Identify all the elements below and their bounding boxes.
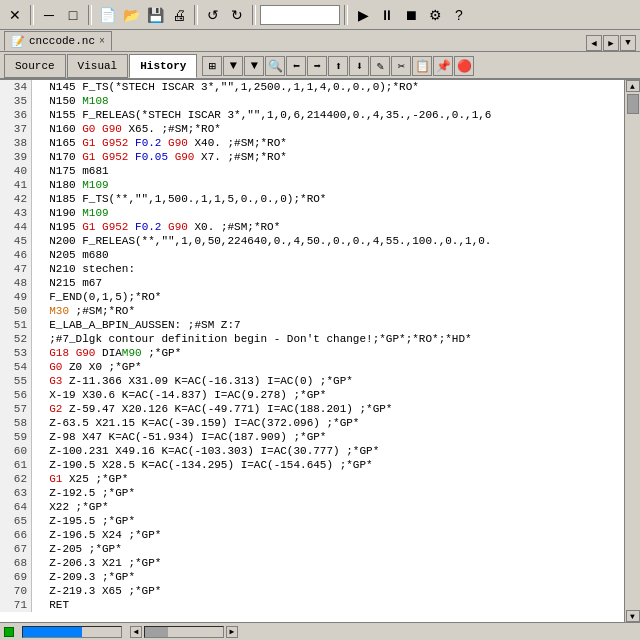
run-button[interactable]: ▶ (352, 4, 374, 26)
scroll-left-btn[interactable]: ◀ (130, 626, 142, 638)
status-bar: ◀ ▶ (0, 622, 640, 640)
line-content: G0 Z0 X0 ;*GP* (32, 360, 142, 374)
file-tab-close[interactable]: × (99, 36, 105, 47)
line-content: M30 ;#SM;*RO* (32, 304, 135, 318)
vt-btn2[interactable]: ▼ (223, 56, 243, 76)
line-number: 59 (0, 430, 32, 444)
line-number: 38 (0, 136, 32, 150)
table-row: 60 Z-100.231 X49.16 K=AC(-103.303) I=AC(… (0, 444, 624, 458)
line-number: 49 (0, 290, 32, 304)
table-row: 55 G3 Z-11.366 X31.09 K=AC(-16.313) I=AC… (0, 374, 624, 388)
nav-arrows: ◀ ▶ ▼ (586, 35, 640, 51)
line-number: 61 (0, 458, 32, 472)
vt-btn9[interactable]: ✎ (370, 56, 390, 76)
table-row: 71 RET (0, 598, 624, 612)
progress-bar (22, 626, 122, 638)
scroll-h-fill (145, 627, 168, 637)
file-icon: 📝 (11, 35, 25, 48)
line-content: N190 M109 (32, 206, 109, 220)
line-number: 55 (0, 374, 32, 388)
vt-btn5[interactable]: ⬅ (286, 56, 306, 76)
vt-btn12[interactable]: 📌 (433, 56, 453, 76)
line-content: N210 stechen: (32, 262, 135, 276)
scroll-right-btn[interactable]: ▶ (226, 626, 238, 638)
line-number: 37 (0, 122, 32, 136)
line-content: N155 F_RELEAS(*STECH ISCAR 3*,"",1,0,6,2… (32, 108, 491, 122)
table-row: 53 G18 G90 DIAM90 ;*GP* (0, 346, 624, 360)
tab-history[interactable]: History (129, 54, 197, 78)
table-row: 67 Z-205 ;*GP* (0, 542, 624, 556)
minimize-button[interactable]: ─ (38, 4, 60, 26)
table-row: 63 Z-192.5 ;*GP* (0, 486, 624, 500)
line-content: N200 F_RELEAS(**,"",1,0,50,224640,0.,4,5… (32, 234, 491, 248)
line-content: N195 G1 G952 F0.2 G90 X0. ;#SM;*RO* (32, 220, 280, 234)
vt-btn10[interactable]: ✂ (391, 56, 411, 76)
tab-visual[interactable]: Visual (67, 54, 129, 78)
print-button[interactable]: 🖨 (168, 4, 190, 26)
table-row: 36 N155 F_RELEAS(*STECH ISCAR 3*,"",1,0,… (0, 108, 624, 122)
vt-btn13[interactable]: 🔴 (454, 56, 474, 76)
line-content: E_LAB_A_BPIN_AUSSEN: ;#SM Z:7 (32, 318, 241, 332)
table-row: 64 X22 ;*GP* (0, 500, 624, 514)
line-number: 51 (0, 318, 32, 332)
line-number: 40 (0, 164, 32, 178)
vt-btn8[interactable]: ⬇ (349, 56, 369, 76)
table-row: 41 N180 M109 (0, 178, 624, 192)
line-number: 66 (0, 528, 32, 542)
tab-visual-label: Visual (78, 60, 118, 72)
line-content: Z-209.3 ;*GP* (32, 570, 135, 584)
close-button[interactable]: ✕ (4, 4, 26, 26)
table-row: 52 ;#7_Dlgk contour definition begin - D… (0, 332, 624, 346)
tab-source[interactable]: Source (4, 54, 66, 78)
scrollbar-vertical[interactable]: ▲ ▼ (624, 80, 640, 622)
code-area[interactable]: 34 N145 F_TS(*STECH ISCAR 3*,"",1,2500.,… (0, 80, 624, 622)
line-content: N185 F_TS(**,"",1,500.,1,1,5,0.,0.,0);*R… (32, 192, 326, 206)
sep1 (30, 5, 34, 25)
nav-down[interactable]: ▼ (620, 35, 636, 51)
scroll-up-btn[interactable]: ▲ (626, 80, 640, 92)
undo-button[interactable]: ↺ (202, 4, 224, 26)
table-row: 42 N185 F_TS(**,"",1,500.,1,1,5,0.,0.,0)… (0, 192, 624, 206)
line-number: 45 (0, 234, 32, 248)
settings-btn[interactable]: ⚙ (424, 4, 446, 26)
nav-left[interactable]: ◀ (586, 35, 602, 51)
line-number: 58 (0, 416, 32, 430)
line-content: N180 M109 (32, 178, 109, 192)
vt-btn6[interactable]: ➡ (307, 56, 327, 76)
vt-btn11[interactable]: 📋 (412, 56, 432, 76)
open-button[interactable]: 📂 (120, 4, 142, 26)
line-number: 34 (0, 80, 32, 94)
line-content: N170 G1 G952 F0.05 G90 X7. ;#SM;*RO* (32, 150, 287, 164)
file-tab-cnccode[interactable]: 📝 cnccode.nc × (4, 31, 112, 51)
maximize-button[interactable]: □ (62, 4, 84, 26)
table-row: 37 N160 G0 G90 X65. ;#SM;*RO* (0, 122, 624, 136)
table-row: 66 Z-196.5 X24 ;*GP* (0, 528, 624, 542)
vt-btn7[interactable]: ⬆ (328, 56, 348, 76)
help-btn[interactable]: ? (448, 4, 470, 26)
sep3 (194, 5, 198, 25)
vt-btn3[interactable]: ▼ (244, 56, 264, 76)
nav-right[interactable]: ▶ (603, 35, 619, 51)
new-button[interactable]: 📄 (96, 4, 118, 26)
save-button[interactable]: 💾 (144, 4, 166, 26)
stop-button[interactable]: ⏹ (400, 4, 422, 26)
line-content: N150 M108 (32, 94, 109, 108)
scroll-thumb[interactable] (627, 94, 639, 114)
app-window: ✕ ─ □ 📄 📂 💾 🖨 ↺ ↻ ▶ ⏸ ⏹ ⚙ ? 📝 cnccode.nc… (0, 0, 640, 640)
line-content: G3 Z-11.366 X31.09 K=AC(-16.313) I=AC(0)… (32, 374, 353, 388)
redo-button[interactable]: ↻ (226, 4, 248, 26)
table-row: 48 N215 m67 (0, 276, 624, 290)
table-row: 58 Z-63.5 X21.15 K=AC(-39.159) I=AC(372.… (0, 416, 624, 430)
pause-button[interactable]: ⏸ (376, 4, 398, 26)
line-content: ;#7_Dlgk contour definition begin - Don'… (32, 332, 472, 346)
line-content: N160 G0 G90 X65. ;#SM;*RO* (32, 122, 221, 136)
scroll-h-thumb[interactable] (144, 626, 224, 638)
scroll-down-btn[interactable]: ▼ (626, 610, 640, 622)
table-row: 70 Z-219.3 X65 ;*GP* (0, 584, 624, 598)
table-row: 46 N205 m680 (0, 248, 624, 262)
vt-btn4[interactable]: 🔍 (265, 56, 285, 76)
search-input[interactable] (260, 5, 340, 25)
table-row: 54 G0 Z0 X0 ;*GP* (0, 360, 624, 374)
scroll-h-controls: ◀ ▶ (130, 626, 238, 638)
vt-btn1[interactable]: ⊞ (202, 56, 222, 76)
